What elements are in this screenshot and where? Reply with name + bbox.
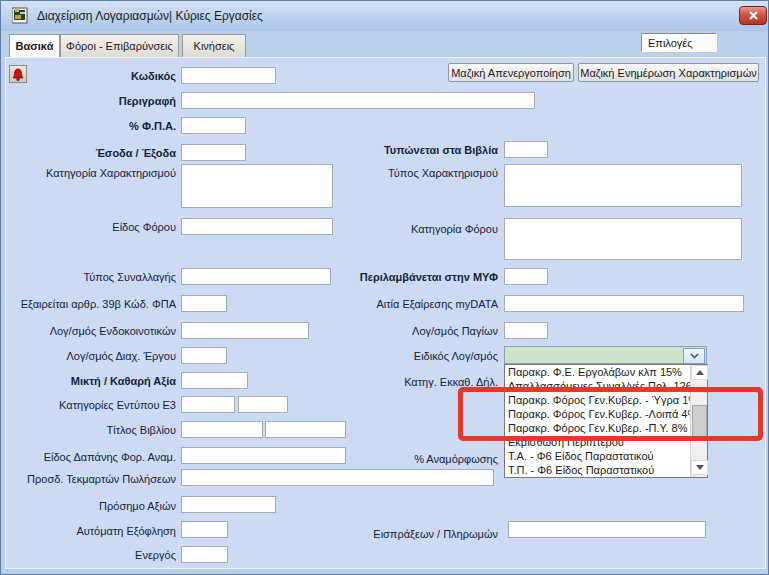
- mass-deactivate-button[interactable]: Μαζική Απενεργοποίηση: [448, 63, 574, 82]
- combobox-dropdown-button[interactable]: [683, 348, 705, 364]
- energos-input[interactable]: [181, 546, 228, 563]
- field-label-logismos-diax-ergou: Λογ/σμός Διαχ. Έργου: [5, 350, 176, 362]
- field-label-eidos-forou: Είδος Φόρου: [5, 221, 176, 233]
- katigoria-forou-box[interactable]: [504, 218, 742, 260]
- eidos-dapanis-input[interactable]: [181, 447, 346, 464]
- field-label-eidikos-logismos: Ειδικός Λογ/σμός: [327, 350, 498, 362]
- close-button[interactable]: [739, 6, 767, 25]
- tab-vasika-label: Βασικά: [16, 40, 54, 52]
- scroll-down-button[interactable]: [691, 460, 708, 475]
- scroll-up-icon: [696, 370, 704, 375]
- field-label-eidos-dapanis: Είδος Δαπάνης Φορ. Αναμ.: [5, 451, 176, 463]
- mass-update-button[interactable]: Μαζική Ενημέρωση Χαρακτηρισμών: [578, 63, 759, 82]
- dropdown-option[interactable]: Παρακρ. Φ.Ε. Εργολάβων κλπ 15%: [505, 365, 690, 379]
- dropdown-option[interactable]: Τ.Π. - Φ6 Είδος Παραστατικού: [505, 463, 690, 477]
- field-label-titlos-vivliou: Τίτλος Βιβλίου: [5, 424, 176, 436]
- chevron-down-icon: [690, 353, 699, 359]
- options-button[interactable]: Επιλογές: [641, 33, 717, 52]
- eispraxeon-pliromon-input[interactable]: [508, 521, 706, 538]
- field-label-fpa: % Φ.Π.Α.: [5, 120, 176, 132]
- title-bar[interactable]: Διαχείριση Λογαριασμών| Κύριες Εργασίες: [1, 1, 768, 31]
- scroll-down-icon: [696, 465, 704, 470]
- fpa-input[interactable]: [181, 117, 246, 134]
- perilamvanetai-myf-input[interactable]: [504, 268, 548, 285]
- logismos-diax-ergou-input[interactable]: [181, 347, 227, 364]
- field-label-anamorfosis: % Αναμόρφωσης: [327, 453, 498, 465]
- field-label-perigrafi: Περιγραφή: [5, 95, 176, 107]
- mass-deactivate-label: Μαζική Απενεργοποίηση: [451, 67, 571, 79]
- tab-kiniseis-label: Κινήσεις: [194, 40, 235, 52]
- field-label-typos-xaraktirismou: Τύπος Χαρακτηρισμού: [327, 167, 498, 179]
- prosd-tekmarton-input[interactable]: [181, 469, 494, 486]
- options-label: Επιλογές: [648, 37, 693, 49]
- mass-update-label: Μαζική Ενημέρωση Χαρακτηρισμών: [580, 67, 757, 79]
- field-label-katigories-entypou-e3: Κατηγορίες Εντύπου Ε3: [5, 399, 176, 411]
- close-icon: [749, 11, 758, 20]
- exairetai-39b-input[interactable]: [181, 295, 227, 312]
- tab-vasika[interactable]: Βασικά: [9, 34, 60, 57]
- field-label-kodikos: Κωδικός: [5, 70, 176, 82]
- kodikos-input[interactable]: [181, 67, 276, 84]
- titlos-vivliou-input-1[interactable]: [181, 421, 263, 438]
- field-label-logismos-pagion: Λογ/σμός Παγίων: [327, 325, 498, 337]
- katigories-e3-input-2[interactable]: [238, 396, 288, 413]
- dropdown-option[interactable]: Τ.Α. - Φ6 Είδος Παραστατικού: [505, 449, 690, 463]
- eidos-forou-input[interactable]: [181, 218, 333, 235]
- field-label-aitia-exairesis-mydata: Αιτία Εξαίρεσης myDATA: [327, 298, 498, 310]
- field-label-automati-exoflisi: Αυτόματη Εξόφληση: [5, 525, 176, 537]
- katigories-e3-input-1[interactable]: [181, 396, 235, 413]
- field-label-esoda-exoda: Έσοδα / Έξοδα: [5, 147, 176, 159]
- field-label-typonetai-vivlia: Τυπώνεται στα Βιβλία: [327, 144, 498, 156]
- tab-foroi-epivarynseis[interactable]: Φόροι - Επιβαρύνσεις: [60, 34, 179, 57]
- window-title: Διαχείριση Λογαριασμών| Κύριες Εργασίες: [37, 9, 263, 23]
- field-label-exairetai-39b: Εξαιρείται αρθρ. 39β Κώδ. ΦΠΑ: [5, 298, 176, 310]
- typos-xaraktirismou-box[interactable]: [504, 164, 742, 207]
- mikti-kathari-axia-input[interactable]: [181, 372, 248, 389]
- field-label-mikti-kathari-axia: Μικτή / Καθαρή Αξία: [5, 375, 176, 387]
- annotation-highlight-rectangle: [458, 387, 763, 441]
- katigoria-xaraktirismou-box[interactable]: [181, 164, 333, 208]
- app-window: Διαχείριση Λογαριασμών| Κύριες Εργασίες …: [0, 0, 769, 575]
- main-panel: [5, 57, 766, 569]
- field-label-energos: Ενεργός: [5, 549, 176, 561]
- logismos-pagion-input[interactable]: [504, 322, 548, 339]
- titlos-vivliou-input-2[interactable]: [265, 421, 346, 438]
- field-label-prosimo-axion: Πρόσημο Αξιών: [5, 500, 176, 512]
- prosimo-axion-input[interactable]: [181, 496, 276, 513]
- field-label-katigoria-forou: Κατηγορία Φόρου: [327, 223, 498, 235]
- field-label-prosd-tekmarton: Προσδ. Τεκμαρτών Πωλήσεων: [5, 473, 176, 485]
- field-label-logismos-endokoinotikon: Λογ/σμός Ενδοκοινοτικών: [5, 325, 176, 337]
- field-label-eispraxeon-pliromon: Εισπράξεων / Πληρωμών: [327, 528, 498, 540]
- scroll-up-button[interactable]: [691, 365, 708, 380]
- typos-synallagis-input[interactable]: [181, 268, 331, 285]
- esoda-exoda-input[interactable]: [181, 144, 246, 161]
- tab-kiniseis[interactable]: Κινήσεις: [182, 34, 246, 57]
- field-label-perilamvanetai-myf: Περιλαμβάνεται στην ΜΥΦ: [327, 271, 498, 283]
- automati-exoflisi-input[interactable]: [181, 521, 228, 538]
- logismos-endokoinotikon-input[interactable]: [181, 322, 309, 339]
- typonetai-vivlia-input[interactable]: [504, 141, 548, 158]
- field-label-typos-synallagis: Τύπος Συναλλαγής: [5, 271, 176, 283]
- aitia-exairesis-mydata-input[interactable]: [504, 295, 744, 312]
- perigrafi-input[interactable]: [181, 92, 535, 109]
- eidikos-logismos-combobox[interactable]: [504, 346, 707, 364]
- app-icon: [12, 7, 29, 24]
- field-label-katigoria-xaraktirismou: Κατηγορία Χαρακτηρισμού: [5, 167, 176, 179]
- tab-foroi-label: Φόροι - Επιβαρύνσεις: [66, 40, 173, 52]
